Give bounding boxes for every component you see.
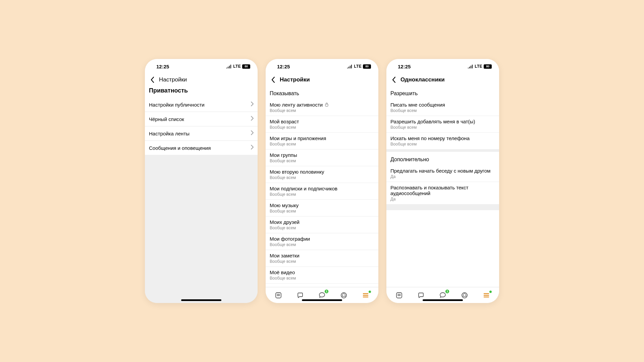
chevron-right-icon (251, 130, 254, 136)
row-music[interactable]: Мою музыкуВообще всем (266, 200, 378, 217)
page-title: Приватность (145, 87, 258, 98)
menu-icon (362, 292, 369, 299)
row-search-by-phone[interactable]: Искать меня по номеру телефонаВообще все… (386, 133, 499, 149)
section-title-allow: Разрешить (386, 87, 499, 99)
row-holidays[interactable]: Мои праздникиВообще всем (266, 284, 378, 287)
back-button[interactable] (148, 76, 156, 84)
chat-icon (417, 292, 425, 299)
nav-title: Одноклассники (400, 76, 445, 83)
home-indicator[interactable] (423, 299, 463, 301)
cellular-signal-icon (468, 65, 473, 68)
row-value: Вообще всем (390, 142, 495, 146)
row-title: Мои подписки и подписчиков (270, 186, 374, 191)
row-label: Настройка ленты (149, 131, 190, 136)
row-title: Предлагать начать беседу с новым другом (390, 168, 495, 174)
row-messages-notifications[interactable]: Сообщения и оповещения (145, 141, 258, 155)
tab-feed[interactable] (394, 291, 404, 300)
row-value: Вообще всем (270, 242, 374, 247)
row-audio-transcript[interactable]: Распознавать и показывать текст аудиосоо… (386, 182, 499, 204)
row-write-messages[interactable]: Писать мне сообщенияВообще всем (386, 99, 499, 116)
section-divider (386, 149, 499, 152)
section-divider (386, 204, 499, 210)
tab-messages[interactable]: 1 (317, 291, 327, 300)
cellular-signal-icon (226, 65, 232, 68)
tab-discussions[interactable] (296, 291, 305, 300)
row-value: Вообще всем (390, 108, 495, 113)
status-right: LTE 80 (226, 64, 250, 69)
row-title: Мою ленту активности (270, 102, 323, 108)
row-publicity-settings[interactable]: Настройки публичности (145, 98, 258, 112)
battery-icon: 80 (242, 64, 250, 69)
network-label: LTE (354, 64, 362, 69)
bell-icon (340, 292, 347, 299)
network-label: LTE (233, 64, 241, 69)
additional-list: Предлагать начать беседу с новым другомД… (386, 165, 499, 204)
row-photos[interactable]: Мои фотографииВообще всем (266, 233, 378, 250)
status-right: LTE 80 (468, 64, 492, 69)
row-games-apps[interactable]: Мои игры и приложенияВообще всем (266, 133, 378, 149)
back-button[interactable] (390, 76, 398, 84)
nav-bar: Настройки (266, 74, 378, 87)
row-age[interactable]: Мой возрастВообще всем (266, 116, 378, 133)
row-notes[interactable]: Мои заметкиВообще всем (266, 250, 378, 267)
tab-notifications[interactable] (460, 291, 469, 300)
row-value: Вообще всем (270, 209, 374, 214)
tab-menu[interactable] (361, 291, 370, 300)
row-title: Писать мне сообщения (390, 102, 495, 108)
row-title: Мои группы (270, 152, 374, 158)
row-value: Вообще всем (390, 125, 495, 130)
row-value: Да (390, 174, 495, 179)
row-video[interactable]: Моё видеоВообще всем (266, 267, 378, 284)
menu-icon (483, 292, 490, 299)
back-button[interactable] (269, 76, 277, 84)
chat-icon (297, 292, 304, 299)
tab-notifications[interactable] (339, 291, 348, 300)
row-title: Моих друзей (270, 219, 374, 225)
badge-dot (489, 290, 492, 293)
svg-rect-1 (276, 293, 281, 298)
lock-icon (325, 102, 329, 108)
status-right: LTE 80 (347, 64, 371, 69)
status-time: 12:25 (277, 64, 290, 69)
bell-icon (461, 292, 468, 299)
cellular-signal-icon (347, 65, 353, 68)
row-value: Вообще всем (270, 125, 374, 130)
section-title-show: Показывать (266, 87, 378, 99)
row-value: Вообще всем (270, 276, 374, 281)
row-title: Мои заметки (270, 253, 374, 258)
status-bar: 12:25 LTE 80 (266, 59, 378, 74)
row-blacklist[interactable]: Чёрный список (145, 112, 258, 126)
row-suggest-chat[interactable]: Предлагать начать беседу с новым другомД… (386, 165, 499, 182)
tab-messages[interactable]: 1 (438, 291, 447, 300)
row-partner[interactable]: Мою вторую половинкуВообще всем (266, 166, 378, 183)
tab-menu[interactable] (482, 291, 491, 300)
row-label: Сообщения и оповещения (149, 145, 211, 151)
feed-icon (395, 292, 403, 299)
battery-icon: 80 (484, 64, 492, 69)
row-value: Вообще всем (270, 192, 374, 197)
chevron-left-icon (151, 77, 154, 83)
svg-rect-0 (325, 104, 328, 107)
home-indicator[interactable] (181, 299, 221, 301)
row-value: Вообще всем (270, 108, 374, 113)
battery-icon: 80 (363, 64, 371, 69)
row-value: Вообще всем (270, 142, 374, 146)
tab-feed[interactable] (274, 291, 283, 300)
row-groups[interactable]: Мои группыВообще всем (266, 149, 378, 166)
row-feed-settings[interactable]: Настройка ленты (145, 126, 258, 141)
row-value: Да (390, 197, 495, 201)
row-add-to-chats[interactable]: Разрешить добавлять меня в чат(ы)Вообще … (386, 116, 499, 133)
feed-icon (275, 292, 282, 299)
row-subscriptions[interactable]: Мои подписки и подписчиковВообще всем (266, 183, 378, 200)
badge-count: 1 (324, 289, 329, 294)
row-friends[interactable]: Моих друзейВообще всем (266, 217, 378, 233)
badge-dot (368, 290, 371, 293)
row-title: Распознавать и показывать текст аудиосоо… (390, 185, 495, 196)
nav-bar: Настройки (145, 74, 258, 87)
nav-title[interactable]: Настройки (159, 76, 187, 83)
home-indicator[interactable] (302, 299, 342, 301)
tab-discussions[interactable] (416, 291, 426, 300)
row-activity-feed[interactable]: Мою ленту активности Вообще всем (266, 99, 378, 116)
row-title: Мои фотографии (270, 236, 374, 242)
visibility-list[interactable]: Мою ленту активности Вообще всем Мой воз… (266, 99, 378, 287)
